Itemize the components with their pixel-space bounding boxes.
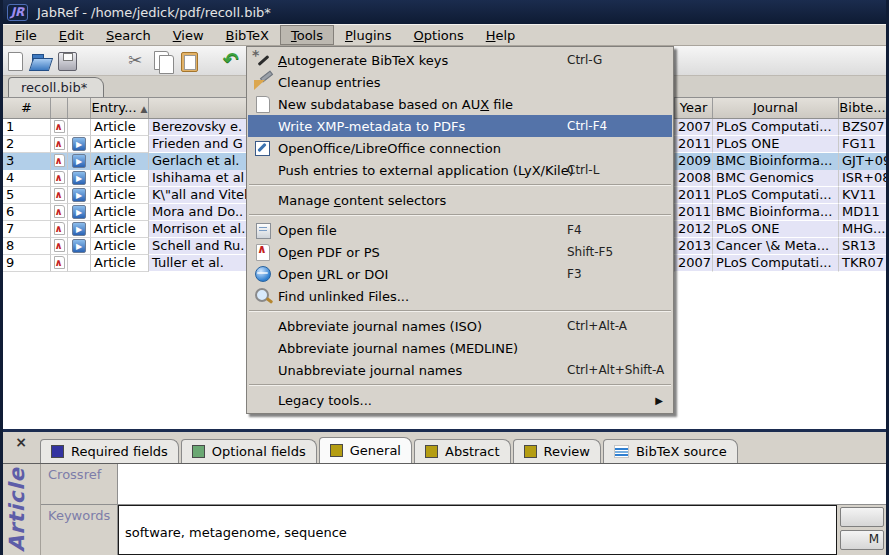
editor-tab-required-fields[interactable]: Required fields — [40, 439, 179, 463]
menu-view[interactable]: View — [162, 25, 215, 45]
bibtex-source-icon — [614, 445, 629, 458]
menu-item-cleanup-entries[interactable]: Cleanup entries — [248, 71, 672, 93]
pdf-file-icon[interactable] — [54, 171, 65, 184]
keywords-input[interactable] — [118, 505, 837, 555]
bibtexkey-cell: KV11 — [839, 187, 886, 204]
menu-item-label: Manage content selectors — [278, 193, 446, 208]
url-play-icon[interactable] — [72, 205, 86, 219]
menu-item-abbreviate-journal-names-iso[interactable]: Abbreviate journal names (ISO)Ctrl+Alt-A — [248, 315, 672, 337]
column-header-curl[interactable] — [68, 98, 91, 118]
pdf-file-icon[interactable] — [54, 137, 65, 150]
menu-edit[interactable]: Edit — [48, 25, 95, 45]
menu-icon-spacer — [252, 361, 278, 379]
copy-icon[interactable] — [151, 49, 175, 73]
column-header-cpdf[interactable] — [51, 98, 68, 118]
keywords-row: M — [118, 505, 886, 555]
menu-item-new-subdatabase-based-on-aux-file[interactable]: New subdatabase based on AUX file — [248, 93, 672, 115]
editor-tab-label: Optional fields — [212, 444, 306, 459]
menu-item-manage-content-selectors[interactable]: Manage content selectors — [248, 189, 672, 211]
close-editor-icon[interactable]: × — [12, 435, 30, 451]
new-icon[interactable] — [3, 49, 27, 73]
menu-search[interactable]: Search — [95, 25, 162, 45]
undo-icon[interactable] — [221, 49, 245, 73]
keywords-field-label: Keywords — [41, 505, 117, 523]
database-tab-recoll[interactable]: recoll.bib* — [8, 77, 104, 97]
url-play-icon[interactable] — [72, 154, 86, 168]
entry-type-cell: Article — [91, 136, 149, 153]
pdf-file-icon[interactable] — [54, 154, 65, 167]
save-all-icon[interactable] — [81, 49, 105, 73]
menu-item-openoffice-libreoffice-connection[interactable]: OpenOffice/LibreOffice connection — [248, 137, 672, 159]
editor-tab-review[interactable]: Review — [513, 439, 601, 463]
year-cell: 2011 — [675, 187, 713, 204]
cut-icon[interactable] — [125, 49, 149, 73]
menu-item-open-pdf-or-ps[interactable]: Open PDF or PSShift-F5 — [248, 241, 672, 263]
url-play-icon[interactable] — [72, 188, 86, 202]
tab-color-swatch — [51, 445, 64, 458]
menu-options[interactable]: Options — [403, 25, 475, 45]
journal-cell: PLoS Computati... — [713, 255, 839, 272]
editor-tab-general[interactable]: General — [319, 437, 412, 463]
menu-shortcut: F3 — [567, 267, 582, 281]
menu-item-abbreviate-journal-names-medline[interactable]: Abbreviate journal names (MEDLINE) — [248, 337, 672, 359]
column-header-bibte[interactable]: Bibte... — [839, 98, 886, 118]
menu-item-autogenerate-bibtex-keys[interactable]: Autogenerate BibTeX keysCtrl-G — [248, 49, 672, 71]
pdf-file-icon[interactable] — [54, 239, 65, 252]
menu-item-label: Write XMP-metadata to PDFs — [278, 119, 465, 134]
editor-tab-label: Abstract — [445, 444, 500, 459]
crossref-input[interactable] — [118, 464, 886, 504]
editor-tab-optional-fields[interactable]: Optional fields — [181, 439, 317, 463]
menu-separator — [249, 184, 671, 186]
year-cell: 2011 — [675, 136, 713, 153]
journal-cell: BMC Bioinforma... — [713, 153, 839, 170]
save-icon[interactable] — [55, 49, 79, 73]
menu-tools[interactable]: Tools — [280, 25, 334, 45]
url-link-cell — [68, 187, 91, 204]
menu-item-open-file[interactable]: Open fileF4 — [248, 219, 672, 241]
menu-shortcut: Ctrl+Alt-A — [567, 319, 627, 333]
pdf-file-icon[interactable] — [54, 205, 65, 218]
bibtexkey-cell: MHG... — [839, 221, 886, 238]
pdf-file-icon[interactable] — [54, 188, 65, 201]
column-header-journal[interactable]: Journal — [713, 98, 839, 118]
paste-icon[interactable] — [177, 49, 201, 73]
menu-plugins[interactable]: Plugins — [334, 25, 403, 45]
menu-item-unabbreviate-journal-names[interactable]: Unabbreviate journal namesCtrl+Alt+Shift… — [248, 359, 672, 381]
menu-item-write-xmp-metadata-to-pdfs[interactable]: Write XMP-metadata to PDFsCtrl-F4 — [248, 115, 672, 137]
menu-separator — [249, 310, 671, 312]
menu-item-legacy-tools[interactable]: Legacy tools...▶ — [248, 389, 672, 411]
pdf-file-icon[interactable] — [54, 120, 65, 133]
field-side-button-2[interactable]: M — [840, 530, 884, 550]
menu-bibtex[interactable]: BibTeX — [215, 25, 280, 45]
pdf-file-icon[interactable] — [54, 256, 65, 269]
column-header-#[interactable]: # — [3, 98, 51, 118]
menu-file[interactable]: File — [4, 25, 48, 45]
entry-type-cell: Article — [91, 204, 149, 221]
menu-item-find-unlinked-files[interactable]: Find unlinked Files... — [248, 285, 672, 307]
menu-item-label: Unabbreviate journal names — [278, 363, 462, 378]
menu-icon-spacer — [252, 339, 278, 357]
column-header-year[interactable]: Year — [675, 98, 713, 118]
pdf-file-icon[interactable] — [54, 222, 65, 235]
url-play-icon[interactable] — [72, 137, 86, 151]
url-play-icon[interactable] — [72, 171, 86, 185]
docfile-icon — [252, 221, 278, 239]
field-side-button-1[interactable] — [840, 507, 884, 527]
oo-icon — [252, 139, 278, 157]
menu-item-open-url-or-doi[interactable]: Open URL or DOIF3 — [248, 263, 672, 285]
open-icon[interactable] — [29, 49, 53, 73]
entry-type-cell: Article — [91, 187, 149, 204]
url-link-cell — [68, 153, 91, 170]
url-play-icon[interactable] — [72, 222, 86, 236]
menu-help[interactable]: Help — [475, 25, 527, 45]
column-header-entry[interactable]: Entry...▲ — [91, 98, 149, 118]
entry-type-strip: Article — [3, 464, 40, 555]
menu-shortcut: Ctrl+Alt+Shift-A — [567, 363, 664, 377]
editor-tab-bibtex-source[interactable]: BibTeX source — [603, 439, 738, 463]
editor-tab-abstract[interactable]: Abstract — [414, 439, 511, 463]
entry-type-cell: Article — [91, 221, 149, 238]
journal-cell: PLoS ONE — [713, 136, 839, 153]
url-play-icon[interactable] — [72, 239, 86, 253]
menu-item-push-entries-to-external-application-lyx-kile[interactable]: Push entries to external application (Ly… — [248, 159, 672, 181]
entry-type-cell: Article — [91, 238, 149, 255]
